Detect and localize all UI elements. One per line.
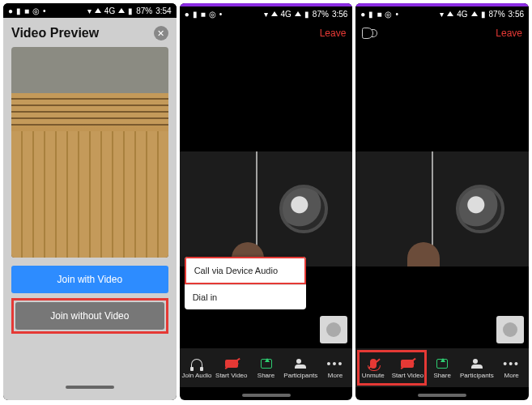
share-icon — [261, 359, 272, 369]
more-button[interactable]: ••• More — [494, 357, 529, 379]
call-via-device-audio-option[interactable]: Call via Device Audio — [185, 257, 306, 284]
tutorial-highlight: Join without Video — [11, 298, 168, 334]
video-icon: ■ — [24, 6, 29, 15]
circle-icon: ◎ — [32, 6, 40, 15]
share-button[interactable]: Share — [425, 357, 460, 379]
join-with-video-button[interactable]: Join with Video — [11, 266, 168, 293]
status-bar: ● ▮ ■ ◎ • ▾ 4G ▮ 87% 3:54 — [3, 3, 177, 18]
battery-icon: ▮ — [304, 10, 309, 19]
meeting-toolbar: Unmute Start Video Share Participants ••… — [355, 348, 529, 387]
wifi-icon: ▾ — [87, 6, 92, 15]
self-view-thumbnail[interactable] — [320, 316, 347, 343]
people-icon — [295, 359, 306, 369]
unmute-button[interactable]: Unmute — [355, 357, 390, 379]
share-icon — [436, 359, 448, 369]
leave-button[interactable]: Leave — [496, 28, 522, 39]
close-icon[interactable]: ✕ — [154, 26, 168, 40]
self-view-thumbnail[interactable] — [496, 316, 524, 343]
join-audio-button[interactable]: Join Audio — [180, 357, 215, 379]
video-off-icon — [225, 360, 238, 368]
page-title: Video Preview — [11, 26, 99, 40]
people-icon — [471, 359, 483, 369]
chat-icon: ● — [8, 6, 13, 15]
share-button[interactable]: Share — [249, 357, 283, 379]
battery-icon: ▮ — [128, 6, 133, 15]
participants-button[interactable]: Participants — [460, 357, 495, 379]
join-without-video-button[interactable]: Join without Video — [15, 302, 164, 330]
home-indicator — [242, 394, 291, 397]
start-video-button[interactable]: Start Video — [214, 357, 249, 379]
meeting-video-area: Call via Device Audio Dial in — [180, 45, 353, 348]
meeting-video-area — [355, 45, 529, 348]
battery-icon: ▮ — [481, 10, 486, 19]
status-bar: ●▮■◎• ▾ 4G ▮ 87% 3:56 — [180, 6, 353, 21]
video-off-icon — [401, 360, 414, 368]
mail-icon: ▮ — [16, 6, 21, 15]
home-indicator — [66, 386, 114, 389]
status-bar: ●▮■◎• ▾ 4G ▮ 87% 3:56 — [355, 6, 529, 21]
meeting-toolbar: Join Audio Start Video Share Participant… — [180, 348, 353, 387]
signal1-icon — [95, 8, 101, 13]
more-icon: ••• — [328, 357, 343, 370]
start-video-button[interactable]: Start Video — [390, 357, 425, 379]
camera-lens-graphic — [456, 185, 504, 233]
camera-lens-graphic — [279, 185, 328, 233]
more-button[interactable]: ••• More — [318, 357, 353, 379]
phone-meeting-audio-popup: ●▮■◎• ▾ 4G ▮ 87% 3:56 Leave Call via Dev… — [180, 3, 353, 400]
finger-graphic — [407, 242, 440, 266]
speaker-icon[interactable] — [362, 28, 373, 39]
battery-pct: 87% — [136, 6, 152, 15]
phone-video-preview: ● ▮ ■ ◎ • ▾ 4G ▮ 87% 3:54 Video Preview … — [3, 3, 177, 400]
video-preview-image: Always show video preview dialog when jo… — [11, 47, 168, 258]
mic-off-icon — [370, 359, 377, 369]
audio-options-popup: Call via Device Audio Dial in — [185, 257, 306, 309]
signal2-icon — [118, 8, 125, 13]
participants-button[interactable]: Participants — [283, 357, 318, 379]
dial-in-option[interactable]: Dial in — [185, 284, 306, 309]
more-icon: ••• — [504, 357, 519, 370]
headset-icon — [191, 359, 202, 369]
phone-meeting-controls: ●▮■◎• ▾ 4G ▮ 87% 3:56 Leave Unmute Start… — [355, 3, 529, 400]
leave-button[interactable]: Leave — [320, 28, 347, 39]
home-indicator — [418, 394, 466, 397]
always-show-toggle[interactable] — [138, 233, 162, 246]
network-label: 4G — [104, 6, 115, 15]
clock: 3:54 — [155, 6, 171, 15]
preview-toggle-label: Always show video preview dialog when jo… — [18, 225, 123, 254]
